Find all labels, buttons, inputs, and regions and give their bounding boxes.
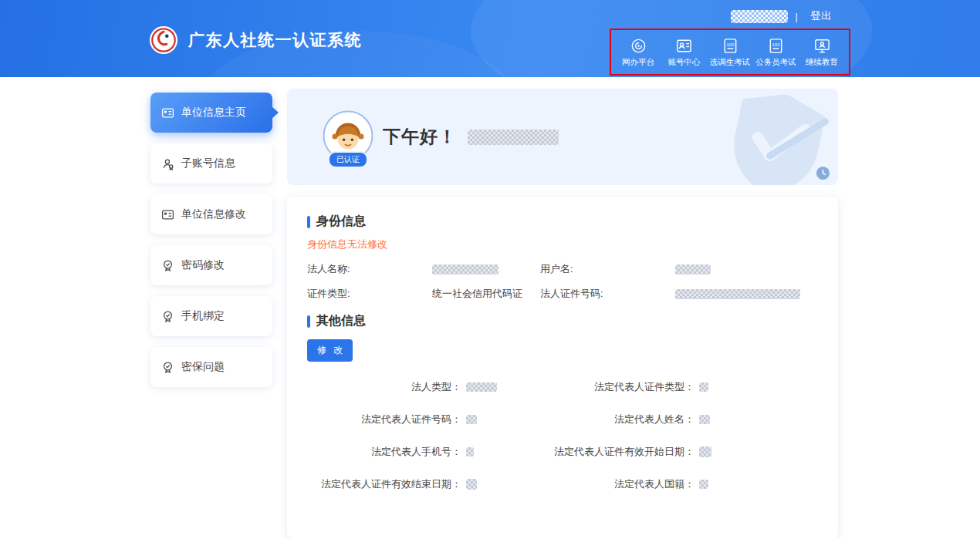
platform-globe-icon <box>630 37 647 55</box>
avatar: 已认证 <box>323 110 373 161</box>
userbar-divider: | <box>796 11 798 22</box>
quick-link-label: 继续教育 <box>806 57 838 68</box>
field-label: 证件类型: <box>307 287 432 301</box>
system-title: 广东人社统一认证系统 <box>188 29 362 51</box>
sidebar-item-phone-binding[interactable]: 手机绑定 <box>150 296 272 336</box>
other-section-title: 其他信息 <box>307 313 818 329</box>
sidebar-item-label: 单位信息主页 <box>181 106 246 120</box>
field-rep-phone: 法定代表人手机号： <box>307 445 500 459</box>
svg-text:100: 100 <box>726 42 735 46</box>
education-screen-icon <box>813 37 831 55</box>
redacted-value <box>466 415 477 424</box>
sidebar-item-label: 子账号信息 <box>181 157 235 170</box>
sidebar-item-sub-accounts[interactable]: 子账号信息 <box>150 143 272 184</box>
field-rep-cert-number: 法定代表人证件号码： <box>307 413 500 426</box>
person-badge-icon <box>161 157 174 170</box>
quick-link-label: 账号中心 <box>668 57 701 68</box>
other-row: 法定代表人手机号： 法定代表人证件有效开始日期： <box>307 445 818 459</box>
sidebar-item-label: 手机绑定 <box>181 309 225 323</box>
greeting-text: 下午好！ <box>383 125 457 149</box>
redacted-value <box>675 264 711 275</box>
quick-links-highlight-box: 网办平台 账号中心 100 选调生考试 <box>610 29 850 76</box>
sidebar-item-security-questions[interactable]: 密保问题 <box>150 347 272 387</box>
logout-button[interactable]: 登出 <box>806 8 836 25</box>
exam-score-icon: 100 <box>767 37 785 55</box>
sidebar-item-password-change[interactable]: 密码修改 <box>150 245 272 285</box>
username-redacted <box>731 10 788 23</box>
check-badge-icon <box>161 310 174 323</box>
brand: 广东人社统一认证系统 <box>149 25 362 55</box>
other-row: 法人类型： 法定代表人证件类型： <box>307 380 818 394</box>
other-row: 法定代表人证件有效结束日期： 法定代表人国籍： <box>307 477 818 491</box>
field-label: 法定代表人证件号码： <box>307 413 461 426</box>
sidebar-item-label: 单位信息修改 <box>181 207 246 221</box>
field-label: 法定代表人证件有效结束日期： <box>307 477 461 491</box>
other-row: 法定代表人证件号码： 法定代表人姓名： <box>307 413 818 426</box>
section-accent-bar <box>307 216 310 228</box>
redacted-value <box>699 382 708 392</box>
section-accent-bar <box>307 315 310 328</box>
field-legal-person-type: 法人类型： <box>307 380 500 394</box>
quick-link-civil-servant-exam[interactable]: 100 公务员考试 <box>754 37 799 68</box>
id-card-icon <box>161 106 174 120</box>
field-legal-cert-number: 法人证件号码: <box>540 287 800 301</box>
identity-notice: 身份信息无法修改 <box>307 237 818 251</box>
redacted-value <box>699 415 710 424</box>
edit-button[interactable]: 修 改 <box>307 339 353 362</box>
field-label: 法定代表人手机号： <box>307 445 461 459</box>
field-label: 用户名: <box>540 262 675 276</box>
field-rep-cert-end-date: 法定代表人证件有效结束日期： <box>307 477 500 491</box>
check-badge-icon <box>161 361 174 374</box>
greeting-card: 已认证 下午好！ <box>287 89 838 185</box>
field-label: 法人名称: <box>307 262 432 276</box>
field-label: 法定代表人国籍： <box>500 477 694 491</box>
field-legal-name: 法人名称: <box>307 262 540 276</box>
redacted-value <box>699 480 708 489</box>
section-title-text: 其他信息 <box>316 313 366 329</box>
page: 广东人社统一认证系统 | 登出 网办平台 <box>0 0 980 539</box>
quick-link-label: 网办平台 <box>622 57 654 68</box>
section-title-text: 身份信息 <box>316 214 366 230</box>
redacted-value <box>675 289 800 299</box>
sidebar-nav: 单位信息主页 子账号信息 单位信息修改 <box>150 93 272 398</box>
sidebar-item-label: 密保问题 <box>181 360 225 374</box>
sidebar-item-label: 密码修改 <box>181 258 225 272</box>
quick-link-account-center[interactable]: 账号中心 <box>662 37 707 68</box>
field-value: 统一社会信用代码证 <box>432 287 522 301</box>
field-username: 用户名: <box>540 262 711 276</box>
redacted-value <box>466 447 474 456</box>
svg-text:100: 100 <box>772 42 781 46</box>
clock-icon <box>816 166 830 180</box>
gdhrss-logo-icon <box>149 25 178 55</box>
quick-link-xuandiaosheng-exam[interactable]: 100 选调生考试 <box>708 37 752 68</box>
field-label: 法人类型： <box>307 380 461 394</box>
verified-badge: 已认证 <box>328 151 368 168</box>
top-header: 广东人社统一认证系统 | 登出 网办平台 <box>0 0 980 77</box>
redacted-value <box>432 264 498 275</box>
sidebar-item-unit-info-home[interactable]: 单位信息主页 <box>150 93 272 133</box>
quick-link-label: 公务员考试 <box>755 57 796 68</box>
account-card-icon <box>675 37 693 55</box>
quick-link-online-platform[interactable]: 网办平台 <box>616 37 661 68</box>
field-cert-type: 证件类型: 统一社会信用代码证 <box>307 287 540 301</box>
greeting-name-redacted <box>468 130 559 145</box>
field-rep-cert-start-date: 法定代表人证件有效开始日期： <box>500 445 711 459</box>
field-rep-nationality: 法定代表人国籍： <box>500 477 708 491</box>
field-rep-cert-type: 法定代表人证件类型： <box>500 380 708 394</box>
field-label: 法人证件号码: <box>540 287 675 301</box>
redacted-value <box>699 446 711 457</box>
field-label: 法定代表人证件有效开始日期： <box>500 445 694 459</box>
sidebar-item-unit-info-edit[interactable]: 单位信息修改 <box>150 194 272 234</box>
quick-link-label: 选调生考试 <box>710 57 751 68</box>
id-card-icon <box>161 208 174 221</box>
greeting-line: 下午好！ <box>383 89 559 185</box>
redacted-value <box>466 382 497 392</box>
exam-score-icon: 100 <box>721 37 739 55</box>
identity-row: 证件类型: 统一社会信用代码证 法人证件号码: <box>307 287 818 301</box>
unit-info-card: 身份信息 身份信息无法修改 法人名称: 用户名: 证件类型: 统一社会信用代码证… <box>287 197 838 539</box>
field-label: 法定代表人姓名： <box>500 413 694 426</box>
field-rep-name: 法定代表人姓名： <box>500 413 710 426</box>
check-badge-icon <box>161 259 174 272</box>
redacted-value <box>466 479 477 490</box>
quick-link-continuing-education[interactable]: 继续教育 <box>799 37 844 68</box>
